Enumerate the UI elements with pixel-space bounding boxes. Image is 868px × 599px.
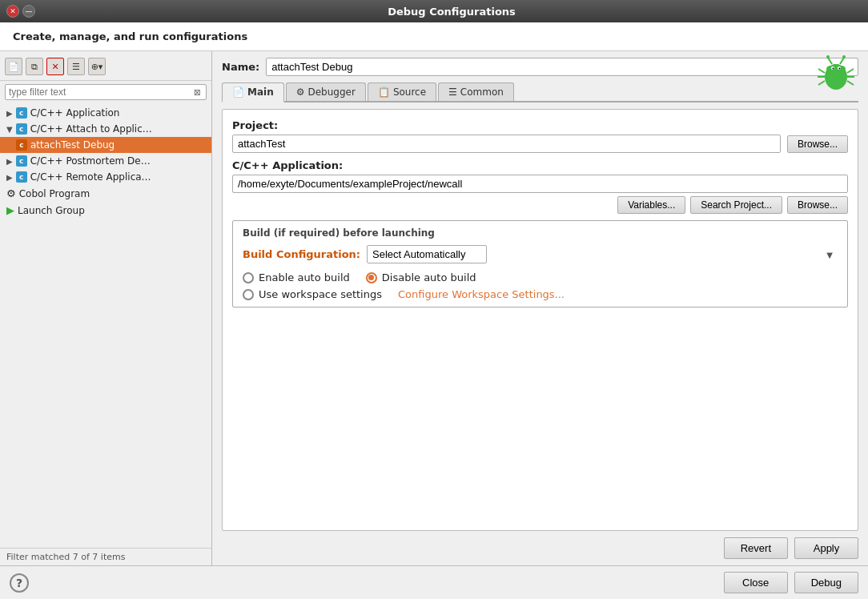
app-path-section: C/C++ Application: Variables... Search P… — [232, 159, 848, 214]
sidebar-item-label: C/C++ Attach to Applic… — [30, 123, 152, 135]
disable-auto-radio-indicator — [366, 272, 377, 283]
sidebar-item-cc-app[interactable]: ▶ c C/C++ Application — [0, 105, 211, 121]
arrow-right-icon-rm: ▶ — [6, 173, 13, 182]
app-path-label: C/C++ Application: — [232, 159, 848, 171]
collapse-button[interactable]: ☰ — [67, 58, 85, 75]
sidebar-item-postmortem[interactable]: ▶ c C/C++ Postmortem De… — [0, 153, 211, 169]
common-tab-icon: ☰ — [448, 86, 457, 98]
c-icon-attach: c — [16, 123, 27, 135]
project-input[interactable] — [232, 135, 781, 153]
delete-config-button[interactable]: ✕ — [46, 58, 64, 75]
bottom-bar: ? Close Debug — [0, 565, 868, 599]
enable-auto-label: Enable auto build — [259, 271, 350, 283]
description-text: Create, manage, and run configurations — [13, 30, 247, 42]
configure-workspace-link[interactable]: Configure Workspace Settings... — [398, 288, 565, 300]
filter-box[interactable]: ⊠ — [5, 84, 207, 100]
use-workspace-radio[interactable]: Use workspace settings — [243, 288, 382, 300]
tab-common[interactable]: ☰ Common — [438, 82, 514, 101]
app-browse-button[interactable]: Browse... — [787, 196, 848, 214]
sidebar-item-launch[interactable]: ▶ Launch Group — [0, 202, 211, 219]
minimize-button[interactable]: — — [22, 5, 35, 18]
filter-status: Filter matched 7 of 7 items — [6, 552, 125, 562]
svg-point-17 — [842, 55, 846, 58]
disable-auto-build-radio[interactable]: Disable auto build — [366, 271, 476, 283]
c-icon-rm: c — [16, 171, 27, 183]
sidebar-item-label: C/C++ Remote Applica… — [30, 171, 151, 183]
source-tab-icon: 📋 — [378, 86, 390, 98]
project-input-row: Browse... — [232, 135, 848, 153]
sidebar-item-label: Launch Group — [18, 205, 85, 216]
svg-point-7 — [839, 68, 841, 70]
c-icon: c — [16, 107, 27, 119]
arrow-icon: ▶ — [6, 204, 14, 216]
sidebar-item-attachtest[interactable]: c attachTest Debug — [0, 137, 211, 153]
right-panel-buttons: Revert Apply — [222, 531, 858, 559]
svg-line-11 — [847, 69, 854, 73]
name-input[interactable] — [266, 58, 858, 76]
enable-auto-build-radio[interactable]: Enable auto build — [243, 271, 350, 283]
app-path-input[interactable] — [232, 175, 848, 193]
build-config-label: Build Configuration: — [243, 248, 360, 260]
duplicate-config-button[interactable]: ⧉ — [26, 58, 43, 75]
arrow-right-icon-pm: ▶ — [6, 157, 13, 166]
sidebar-list: ▶ c C/C++ Application ▼ c C/C++ Attach t… — [0, 103, 211, 548]
tab-common-label: Common — [460, 86, 504, 98]
tab-source-label: Source — [393, 86, 426, 98]
disable-auto-label: Disable auto build — [382, 271, 476, 283]
tabs-row: 📄 Main ⚙ Debugger 📋 Source ☰ Common — [222, 82, 858, 103]
app-path-buttons: Variables... Search Project... Browse... — [232, 196, 848, 214]
project-browse-button[interactable]: Browse... — [787, 135, 848, 153]
use-workspace-label: Use workspace settings — [259, 288, 382, 300]
build-section-legend: Build (if required) before launching — [243, 227, 838, 239]
use-workspace-radio-indicator — [243, 289, 254, 300]
right-panel: Name: 📄 Main ⚙ Debugger 📋 Source ☰ — [212, 51, 868, 565]
new-config-button[interactable]: 📄 — [5, 58, 22, 75]
sidebar-toolbar: 📄 ⧉ ✕ ☰ ⊕▾ — [0, 56, 211, 81]
sidebar-item-label: attachTest Debug — [30, 139, 115, 151]
workspace-row: Use workspace settings Configure Workspa… — [243, 288, 838, 300]
tab-debugger-label: Debugger — [307, 86, 355, 98]
variables-button[interactable]: Variables... — [617, 196, 685, 214]
sidebar-item-cobol[interactable]: ⚙ Cobol Program — [0, 185, 211, 202]
c-icon-pm: c — [16, 155, 27, 167]
build-config-select-wrapper[interactable]: Select Automatically Debug Release — [367, 245, 838, 263]
sidebar-item-remote[interactable]: ▶ c C/C++ Remote Applica… — [0, 169, 211, 185]
help-button[interactable]: ? — [10, 573, 29, 593]
filter-clear-button[interactable]: ⊠ — [192, 87, 203, 98]
close-window-button[interactable]: ✕ — [6, 5, 19, 18]
debugger-tab-icon: ⚙ — [296, 86, 305, 98]
window-description: Create, manage, and run configurations — [0, 22, 868, 51]
name-label: Name: — [222, 61, 259, 73]
debug-button[interactable]: Debug — [794, 572, 858, 593]
bug-icon — [815, 53, 857, 97]
svg-line-14 — [828, 58, 832, 64]
more-options-button[interactable]: ⊕▾ — [88, 58, 106, 75]
content-area: 📄 ⧉ ✕ ☰ ⊕▾ ⊠ ▶ c C/C++ Application — [0, 51, 868, 565]
tab-debugger[interactable]: ⚙ Debugger — [286, 82, 366, 101]
radio-row-build: Enable auto build Disable auto build — [243, 271, 838, 283]
c-icon-attachtest: c — [16, 139, 27, 151]
arrow-down-icon: ▼ — [6, 125, 13, 134]
tab-main[interactable]: 📄 Main — [222, 82, 284, 103]
sidebar-item-cc-attach[interactable]: ▼ c C/C++ Attach to Applic… — [0, 121, 211, 137]
apply-button[interactable]: Apply — [794, 537, 858, 559]
revert-button[interactable]: Revert — [724, 537, 788, 559]
svg-line-15 — [840, 58, 844, 64]
sidebar: 📄 ⧉ ✕ ☰ ⊕▾ ⊠ ▶ c C/C++ Application — [0, 51, 212, 565]
tab-source[interactable]: 📋 Source — [368, 82, 436, 101]
enable-auto-radio-indicator — [243, 272, 254, 283]
close-button[interactable]: Close — [724, 572, 788, 593]
title-bar: ✕ — Debug Configurations — [0, 0, 868, 22]
build-config-row: Build Configuration: Select Automaticall… — [243, 245, 838, 263]
window-controls[interactable]: ✕ — — [6, 5, 35, 18]
svg-point-6 — [833, 68, 834, 70]
main-window: Create, manage, and run configurations — [0, 22, 868, 599]
filter-input[interactable] — [9, 86, 192, 98]
name-row: Name: — [222, 58, 858, 76]
build-config-select[interactable]: Select Automatically Debug Release — [367, 245, 487, 263]
search-project-button[interactable]: Search Project... — [690, 196, 782, 214]
tab-main-label: Main — [247, 86, 274, 98]
form-content: Project: Browse... C/C++ Application: Va… — [222, 109, 858, 531]
bottom-right-buttons: Close Debug — [724, 572, 858, 593]
svg-line-8 — [818, 69, 825, 73]
